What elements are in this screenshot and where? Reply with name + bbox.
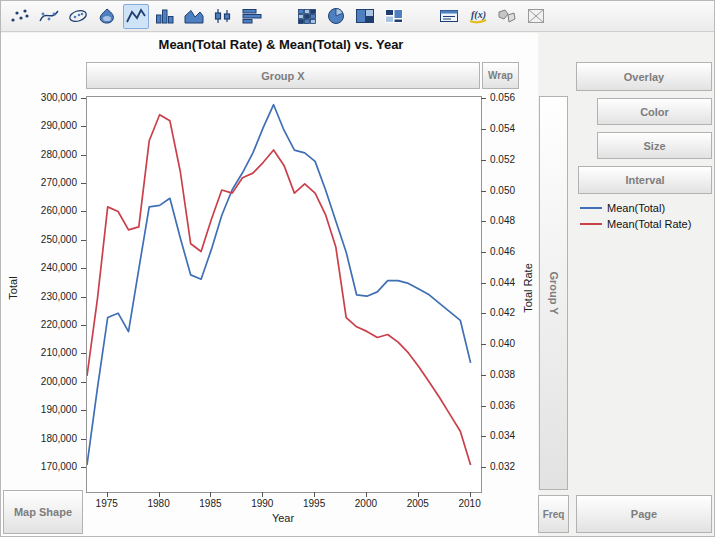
x-tick-mark (210, 492, 211, 497)
drop-zone-group-y[interactable]: Group Y (539, 96, 568, 490)
treemap-icon[interactable] (352, 4, 378, 29)
y-right-tick-mark (481, 252, 486, 253)
x-tick-label: 1980 (139, 498, 179, 509)
y-right-tick-mark (481, 160, 486, 161)
y-axis-right-label: Total Rate (522, 263, 534, 313)
x-tick-label: 1990 (242, 498, 282, 509)
legend-item[interactable]: Mean(Total) (580, 202, 712, 214)
y-left-tick-label: 250,000 (41, 234, 77, 245)
drop-zone-group-x[interactable]: Group X (86, 62, 480, 89)
y-right-tick-mark (481, 406, 486, 407)
y-right-tick-label: 0.040 (490, 338, 515, 349)
x-tick-mark (159, 492, 160, 497)
y-left-tick-mark (81, 98, 86, 99)
x-tick-mark (470, 492, 471, 497)
x-tick-label: 1985 (190, 498, 230, 509)
y-left-tick-mark (81, 382, 86, 383)
legend-label: Mean(Total Rate) (607, 218, 691, 230)
y-left-tick-label: 180,000 (41, 433, 77, 444)
y-right-tick-label: 0.050 (490, 185, 515, 196)
heatmap-icon[interactable] (294, 4, 320, 29)
histogram-icon[interactable] (239, 4, 265, 29)
y-right-tick-mark (481, 344, 486, 345)
contour-icon[interactable] (94, 4, 120, 29)
color-zone-button[interactable]: Color (597, 98, 712, 125)
series-line-mean-total-rate-[interactable] (87, 115, 471, 465)
y-right-tick-label: 0.054 (490, 123, 515, 134)
area-icon[interactable] (181, 4, 207, 29)
x-tick-label: 2005 (398, 498, 438, 509)
x-tick-mark (262, 492, 263, 497)
y-left-tick-mark (81, 211, 86, 212)
y-left-tick-mark (81, 183, 86, 184)
y-right-tick-mark (481, 313, 486, 314)
interval-zone-button[interactable]: Interval (578, 166, 712, 194)
y-right-tick-label: 0.036 (490, 400, 515, 411)
chart-legend: Mean(Total)Mean(Total Rate) (580, 202, 712, 234)
y-left-tick-label: 230,000 (41, 291, 77, 302)
overlay-zone-button[interactable]: Overlay (576, 62, 712, 91)
drop-zone-freq[interactable]: Freq (538, 495, 569, 533)
y-left-tick-label: 240,000 (41, 262, 77, 273)
y-left-tick-label: 170,000 (41, 461, 77, 472)
caption-box-icon[interactable] (436, 4, 462, 29)
line-chart (87, 97, 481, 492)
drop-zone-group-y-label: Group Y (548, 271, 560, 314)
y-right-tick-mark (481, 283, 486, 284)
y-right-tick-mark (481, 221, 486, 222)
x-tick-mark (314, 492, 315, 497)
pie-icon[interactable] (323, 4, 349, 29)
y-right-tick-label: 0.044 (490, 277, 515, 288)
x-tick-mark (418, 492, 419, 497)
y-left-tick-label: 300,000 (41, 92, 77, 103)
map-shapes-icon[interactable] (494, 4, 520, 29)
y-right-tick-label: 0.056 (490, 92, 515, 103)
y-right-tick-label: 0.048 (490, 215, 515, 226)
y-left-tick-mark (81, 467, 86, 468)
y-left-tick-mark (81, 410, 86, 411)
y-left-tick-mark (81, 126, 86, 127)
legend-line-sample (580, 207, 602, 209)
y-right-tick-mark (481, 467, 486, 468)
drop-zone-map-shape[interactable]: Map Shape (3, 490, 83, 534)
x-tick-mark (366, 492, 367, 497)
points-icon[interactable] (7, 4, 33, 29)
chart-title: Mean(Total Rate) & Mean(Total) vs. Year (61, 37, 501, 52)
mosaic-icon[interactable] (381, 4, 407, 29)
ellipse-icon[interactable] (65, 4, 91, 29)
x-tick-label: 2010 (450, 498, 490, 509)
y-left-tick-mark (81, 155, 86, 156)
legend-label: Mean(Total) (607, 202, 665, 214)
y-right-tick-label: 0.042 (490, 307, 515, 318)
y-left-tick-mark (81, 268, 86, 269)
none-icon[interactable] (523, 4, 549, 29)
y-right-tick-label: 0.052 (490, 154, 515, 165)
y-right-tick-label: 0.034 (490, 430, 515, 441)
x-tick-label: 1995 (294, 498, 334, 509)
box-plot-icon[interactable] (210, 4, 236, 29)
formula-icon[interactable]: f(x) (465, 4, 491, 29)
y-left-tick-label: 290,000 (41, 120, 77, 131)
smoother-icon[interactable] (36, 4, 62, 29)
y-right-tick-label: 0.032 (490, 461, 515, 472)
y-right-tick-mark (481, 129, 486, 130)
line-icon[interactable] (123, 4, 149, 29)
graph-builder-window: f(x) Mean(Total Rate) & Mean(Total) vs. … (0, 0, 715, 537)
drop-zone-wrap[interactable]: Wrap (482, 62, 519, 89)
toolbar: f(x) (1, 1, 715, 32)
drop-zone-page[interactable]: Page (576, 495, 712, 533)
y-axis-left-label: Total (7, 276, 19, 299)
x-axis-ticks: 19751980198519901995200020052010 (86, 492, 481, 512)
x-tick-mark (107, 492, 108, 497)
plot-area[interactable] (86, 96, 482, 493)
size-zone-button[interactable]: Size (597, 132, 712, 159)
y-left-tick-label: 260,000 (41, 205, 77, 216)
y-right-tick-mark (481, 98, 486, 99)
y-right-tick-label: 0.046 (490, 246, 515, 257)
legend-item[interactable]: Mean(Total Rate) (580, 218, 712, 230)
bar-icon[interactable] (152, 4, 178, 29)
y-left-tick-mark (81, 353, 86, 354)
y-left-tick-mark (81, 297, 86, 298)
y-left-tick-label: 280,000 (41, 149, 77, 160)
y-right-tick-mark (481, 436, 486, 437)
